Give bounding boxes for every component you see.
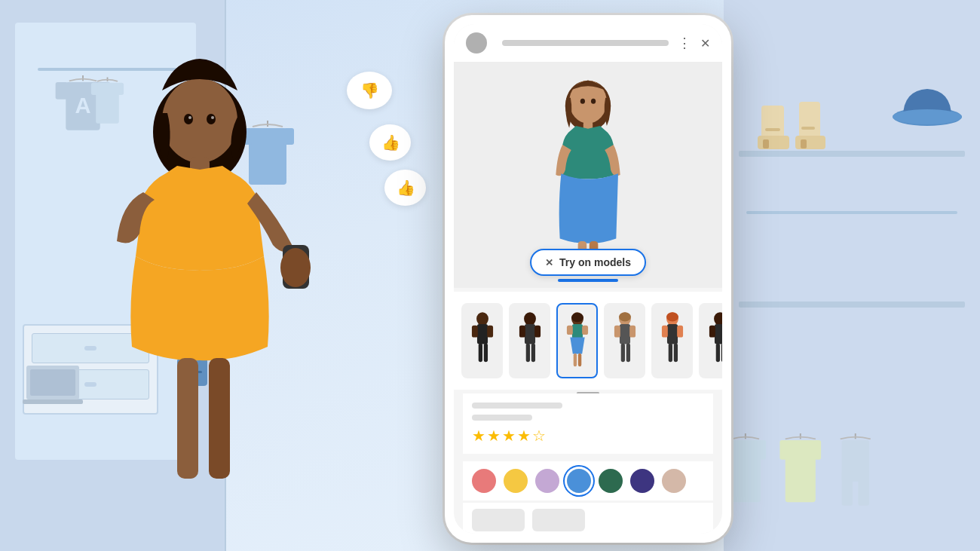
svg-rect-78	[577, 354, 580, 367]
svg-point-40	[162, 78, 237, 163]
size-button-2[interactable]	[532, 509, 585, 531]
svg-rect-30	[758, 440, 766, 460]
star-3: ★	[502, 427, 516, 445]
svg-rect-21	[795, 136, 825, 149]
svg-rect-69	[534, 326, 541, 338]
model-thumb-5[interactable]	[651, 303, 693, 378]
more-options-icon[interactable]: ⋮	[678, 35, 691, 51]
svg-text:👍: 👍	[396, 179, 415, 197]
svg-rect-97	[715, 344, 719, 363]
try-on-label: Try on models	[559, 256, 631, 268]
svg-rect-91	[668, 344, 672, 363]
svg-point-73	[571, 313, 583, 322]
svg-text:👍: 👍	[381, 133, 400, 152]
svg-rect-18	[758, 136, 789, 149]
svg-rect-61	[476, 324, 487, 344]
svg-rect-89	[661, 326, 667, 338]
svg-rect-90	[677, 326, 683, 338]
svg-rect-64	[478, 344, 482, 363]
svg-rect-22	[801, 127, 815, 130]
rating-placeholder-bar-1	[472, 403, 562, 409]
svg-point-66	[524, 312, 536, 326]
hanger-rod-right	[746, 211, 957, 214]
model-selection-area	[454, 292, 722, 390]
svg-rect-74	[571, 324, 582, 338]
svg-point-48	[188, 116, 191, 119]
phone-title-placeholder	[502, 40, 669, 46]
color-swatch-pink[interactable]	[472, 469, 496, 493]
model-thumb-1[interactable]	[461, 303, 503, 378]
color-swatch-navy[interactable]	[630, 469, 654, 493]
model-thumb-3[interactable]	[556, 303, 598, 378]
phone-screen: ⋮ ✕	[454, 24, 722, 534]
right-shelf	[724, 0, 980, 551]
svg-rect-24	[801, 139, 807, 148]
svg-rect-71	[531, 344, 534, 363]
svg-rect-98	[721, 344, 722, 363]
svg-rect-85	[626, 344, 629, 363]
svg-rect-19	[765, 128, 780, 131]
model-thumb-6[interactable]	[699, 303, 722, 378]
svg-rect-70	[525, 344, 529, 363]
color-swatch-lavender[interactable]	[535, 469, 559, 493]
size-buttons	[463, 503, 713, 534]
rating-placeholder-bar-2	[472, 415, 532, 421]
svg-rect-76	[582, 326, 588, 335]
svg-rect-33	[779, 440, 788, 460]
svg-rect-68	[519, 326, 525, 338]
hat	[890, 75, 965, 128]
svg-point-46	[184, 114, 193, 124]
product-image-area: ✕ Try on models	[454, 62, 722, 288]
svg-rect-81	[619, 324, 629, 344]
right-clothes	[754, 219, 950, 332]
like-bubble-2: 👍	[384, 170, 426, 206]
star-4: ★	[517, 427, 531, 445]
try-on-x-icon: ✕	[545, 257, 553, 268]
active-indicator-bar	[558, 279, 618, 282]
star-2: ★	[487, 427, 501, 445]
svg-rect-75	[566, 326, 572, 335]
close-icon[interactable]: ✕	[700, 36, 710, 51]
model-thumb-4[interactable]	[604, 303, 645, 378]
color-swatch-green[interactable]	[599, 469, 623, 493]
try-on-models-button[interactable]: ✕ Try on models	[530, 249, 646, 276]
svg-rect-83	[629, 326, 635, 338]
svg-rect-23	[763, 139, 769, 148]
phone-top-bar: ⋮ ✕	[454, 24, 722, 62]
svg-rect-77	[573, 354, 576, 367]
svg-rect-34	[813, 440, 821, 460]
star-rating: ★ ★ ★ ★ ☆	[472, 427, 704, 445]
svg-point-49	[211, 116, 214, 119]
rating-area: ★ ★ ★ ★ ☆	[463, 393, 713, 454]
phone-avatar	[466, 32, 487, 54]
phone-body: ⋮ ✕	[445, 15, 731, 543]
svg-rect-82	[614, 326, 620, 338]
svg-point-93	[714, 312, 722, 326]
svg-point-60	[476, 312, 488, 326]
like-bubble-1: 👍	[369, 124, 411, 161]
size-button-1[interactable]	[472, 509, 525, 531]
color-swatch-beige[interactable]	[662, 469, 686, 493]
phone-container: ⋮ ✕	[445, 15, 731, 543]
color-swatch-yellow[interactable]	[504, 469, 528, 493]
svg-rect-44	[177, 358, 198, 479]
svg-rect-37	[841, 471, 853, 506]
svg-point-80	[619, 312, 631, 321]
dislike-bubble: 👎	[347, 72, 392, 109]
star-1: ★	[472, 427, 485, 445]
boots	[754, 90, 874, 151]
color-swatches	[463, 461, 713, 500]
svg-text:👎: 👎	[360, 81, 379, 99]
svg-point-47	[207, 114, 216, 124]
svg-rect-65	[483, 344, 487, 363]
woman-figure	[60, 45, 347, 551]
svg-point-58	[580, 99, 585, 104]
background-scene: A	[0, 0, 980, 551]
svg-rect-92	[673, 344, 677, 363]
svg-rect-32	[786, 440, 816, 502]
svg-rect-67	[524, 324, 534, 344]
color-swatch-blue[interactable]	[567, 469, 591, 493]
svg-rect-28	[730, 440, 761, 502]
svg-point-87	[666, 312, 678, 321]
model-thumb-2[interactable]	[509, 303, 550, 378]
